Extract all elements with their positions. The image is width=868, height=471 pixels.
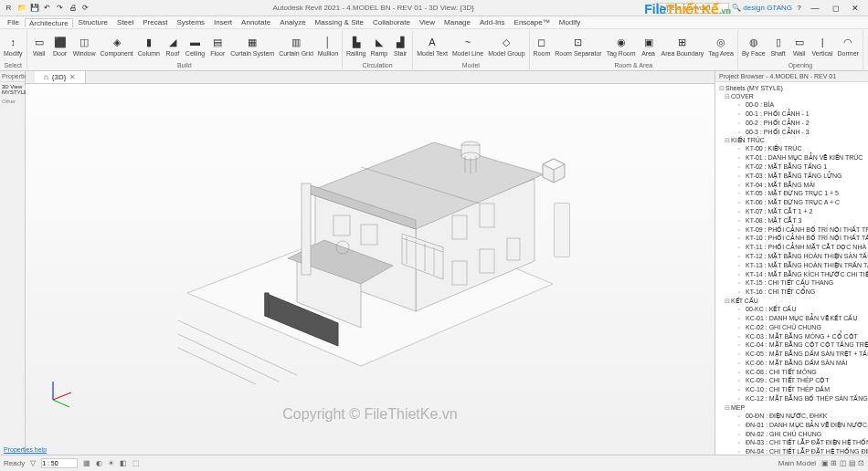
tree-node[interactable]: ▫KT-07 : MẶT CẮT 1 + 2 bbox=[715, 207, 868, 216]
area-button[interactable]: ▣Area bbox=[639, 34, 659, 58]
tree-node[interactable]: ▫KT-11 : PHỐI CẢNH MẶT CẮT DỌC NHÀ bbox=[715, 243, 868, 252]
view-tab-3d[interactable]: ⌂ {3D} ✕ bbox=[35, 71, 86, 83]
tree-node[interactable]: ▫KT-03 : MẶT BẰNG TẦNG LỬNG bbox=[715, 172, 868, 181]
tab-view[interactable]: View bbox=[416, 18, 439, 26]
view-scale-input[interactable] bbox=[41, 458, 78, 468]
tree-node[interactable]: ▫KC-01 : DANH MỤC BẢN VẼ KẾT CẤU bbox=[715, 314, 868, 323]
filter-icon[interactable]: ▽ bbox=[30, 459, 36, 467]
expand-icon[interactable]: ⊟ bbox=[725, 92, 731, 100]
tree-node[interactable]: ▫KT-08 : MẶT CẮT 3 bbox=[715, 216, 868, 225]
tab-file[interactable]: File bbox=[4, 18, 23, 26]
tree-node[interactable]: ▫KT-12 : MẶT BẰNG HOÀN THIỆN SÀN TẦNG 1 … bbox=[715, 252, 868, 261]
tab-precast[interactable]: Precast bbox=[139, 18, 171, 26]
tab-structure[interactable]: Structure bbox=[75, 18, 111, 26]
tree-node[interactable]: ▫KT-00 : KIẾN TRÚC bbox=[715, 144, 868, 153]
tab-manage[interactable]: Manage bbox=[440, 18, 474, 26]
tab-massing-site[interactable]: Massing & Site bbox=[312, 18, 367, 26]
tag-area-button[interactable]: ◎Tag Area bbox=[706, 34, 736, 58]
view-cube[interactable] bbox=[537, 155, 570, 188]
tree-node[interactable]: ▫KT-01 : DANH MỤC BẢN VẼ KIẾN TRÚC bbox=[715, 153, 868, 162]
room-separator-button[interactable]: ⊡Room Separator bbox=[553, 34, 603, 58]
detail-level-icon[interactable]: ▦ bbox=[83, 459, 90, 467]
print-icon[interactable]: 🖨 bbox=[68, 3, 78, 13]
properties-help-link[interactable]: Properties help bbox=[4, 446, 47, 453]
tree-node[interactable]: ▫ĐN-01 : DANH MỤC BẢN VẼ ĐIỆN NƯỚC bbox=[715, 421, 868, 430]
tab-add-ins[interactable]: Add-Ins bbox=[476, 18, 509, 26]
maximize-icon[interactable]: ◻ bbox=[826, 2, 844, 15]
tab-annotate[interactable]: Annotate bbox=[238, 18, 274, 26]
model-group-button[interactable]: ◇Model Group bbox=[486, 34, 526, 58]
redo-icon[interactable]: ↷ bbox=[55, 3, 65, 13]
tab-architecture[interactable]: Architecture bbox=[25, 18, 73, 27]
expand-icon[interactable]: ⊟ bbox=[725, 136, 731, 144]
save-icon[interactable]: 💾 bbox=[29, 3, 39, 13]
wall-button[interactable]: ▭Wall bbox=[29, 34, 49, 58]
tree-node[interactable]: ▫ĐN-02 : GHI CHÚ CHUNG bbox=[715, 430, 868, 439]
model-text-button[interactable]: AModel Text bbox=[415, 34, 450, 58]
tag-room-button[interactable]: ◉Tag Room bbox=[605, 34, 638, 58]
by-face-button[interactable]: ◍By Face bbox=[740, 34, 767, 58]
modify-button[interactable]: ↕Modify bbox=[2, 34, 25, 58]
tab-insert[interactable]: Insert bbox=[210, 18, 236, 26]
tree-node[interactable]: ▫00-3 : PHỐI CẢNH - 3 bbox=[715, 128, 868, 137]
tree-node[interactable]: ▫KT-06 : MẶT ĐỨNG TRỤC A + C bbox=[715, 198, 868, 207]
column-button[interactable]: ▮Column bbox=[136, 34, 162, 58]
selection-icons[interactable]: ▣ ⊞ ◫ ▤ ⊡ bbox=[821, 459, 864, 467]
vertical-button[interactable]: |Vertical bbox=[810, 34, 835, 58]
railing-button[interactable]: ▙Railing bbox=[344, 34, 367, 58]
floor-button[interactable]: ▤Floor bbox=[207, 34, 228, 58]
dormer-button[interactable]: ◠Dormer bbox=[836, 34, 861, 58]
ceiling-button[interactable]: ▬Ceiling bbox=[184, 34, 206, 58]
tree-node[interactable]: ⊟MEP bbox=[715, 403, 868, 412]
ramp-button[interactable]: ◣Ramp bbox=[368, 34, 389, 58]
tree-node[interactable]: ▫KT-04 : MẶT BẰNG MÁI bbox=[715, 181, 868, 190]
stair-button[interactable]: ▟Stair bbox=[390, 34, 410, 58]
shaft-button[interactable]: ▯Shaft bbox=[768, 34, 789, 58]
tree-node[interactable]: ▫KC-03 : MẶT BẰNG MÓNG + CỔ CỘT bbox=[715, 332, 868, 341]
tree-node[interactable]: ▫00-KC : KẾT CẤU bbox=[715, 305, 868, 314]
tree-node[interactable]: ▫KT-02 : MẶT BẰNG TẦNG 1 bbox=[715, 162, 868, 172]
model-line-button[interactable]: ~Model Line bbox=[450, 34, 485, 58]
minimize-icon[interactable]: — bbox=[806, 2, 824, 15]
component-button[interactable]: ◈Component bbox=[99, 34, 135, 58]
navigation-bar[interactable] bbox=[554, 203, 570, 257]
door-button[interactable]: ⬛Door bbox=[50, 34, 70, 58]
tree-node[interactable]: ⊟KẾT CẤU bbox=[715, 297, 868, 305]
tree-node[interactable]: ▫00-2 : PHỐI CẢNH - 2 bbox=[715, 119, 868, 128]
tree-node[interactable]: ▫KC-06 : MẶT BẰNG DẦM SÀN MÁI bbox=[715, 359, 868, 368]
tab-steel[interactable]: Steel bbox=[113, 18, 137, 26]
tree-node[interactable]: ▫KT-14 : MẶT BẰNG KÍCH THƯỚC CHI TIẾT bbox=[715, 270, 868, 279]
tree-node[interactable]: ⊟Sheets (MY STYLE) bbox=[715, 84, 868, 92]
expand-icon[interactable]: ⊟ bbox=[725, 403, 731, 412]
tab-systems[interactable]: Systems bbox=[173, 18, 208, 26]
tab-analyze[interactable]: Analyze bbox=[276, 18, 309, 26]
project-browser-tree[interactable]: ⊟Sheets (MY STYLE)⊟COVER▫00-0 : BÌA▫00-1… bbox=[715, 82, 868, 455]
tree-node[interactable]: ▫KC-04 : MẶT BẰNG CỘT CỘT TẦNG TRỆT + TẦ… bbox=[715, 340, 868, 350]
revit-icon[interactable]: R bbox=[4, 3, 14, 13]
undo-icon[interactable]: ↶ bbox=[42, 3, 52, 13]
tree-node[interactable]: ▫KC-12 : MẶT BẰNG BỐ THÉP SÀN TẦNG LỬNG … bbox=[715, 394, 868, 403]
tree-node[interactable]: ▫KT-09 : PHỐI CẢNH BỐ TRÍ NỘI THẤT TRỆT bbox=[715, 225, 868, 235]
mullion-button[interactable]: │Mullion bbox=[316, 34, 340, 58]
shadows-icon[interactable]: ◧ bbox=[120, 459, 127, 467]
expand-icon[interactable]: ⊟ bbox=[719, 84, 725, 92]
curtain-system-button[interactable]: ▦Curtain System bbox=[228, 34, 276, 58]
tab-enscape-[interactable]: Enscape™ bbox=[511, 18, 554, 26]
tree-node[interactable]: ⊟KIẾN TRÚC bbox=[715, 136, 868, 144]
tree-node[interactable]: ▫KC-10 : CHI TIẾT THÉP DẦM bbox=[715, 385, 868, 394]
tree-node[interactable]: ▫00-1 : PHỐI CẢNH - 1 bbox=[715, 110, 868, 119]
tree-node[interactable]: ▫KT-15 : CHI TIẾT CẦU THANG bbox=[715, 278, 868, 288]
user-label[interactable]: design GTANG bbox=[743, 4, 792, 12]
tree-node[interactable]: ▫KC-02 : GHI CHÚ CHUNG bbox=[715, 323, 868, 332]
room-button[interactable]: ◻Room bbox=[532, 34, 553, 58]
3d-viewport[interactable]: Copyright © FileThietKe.vn bbox=[26, 84, 715, 455]
workset-dropdown[interactable]: Main Model bbox=[778, 459, 816, 467]
tree-node[interactable]: ▫KC-05 : MẶT BẰNG DẦM SÀN TRỆT + TẦNG 2 bbox=[715, 350, 868, 359]
tree-node[interactable]: ▫KC-09 : CHI TIẾT THÉP CỘT bbox=[715, 376, 868, 385]
sync-icon[interactable]: ⟳ bbox=[80, 3, 90, 13]
crop-icon[interactable]: ⬚ bbox=[132, 459, 140, 467]
tree-node[interactable]: ▫KT-05 : MẶT ĐỨNG TRỤC 1 + 5 bbox=[715, 189, 868, 198]
open-icon[interactable]: 📁 bbox=[16, 3, 26, 13]
tab-collaborate[interactable]: Collaborate bbox=[369, 18, 414, 26]
expand-icon[interactable]: ⊟ bbox=[725, 297, 731, 305]
